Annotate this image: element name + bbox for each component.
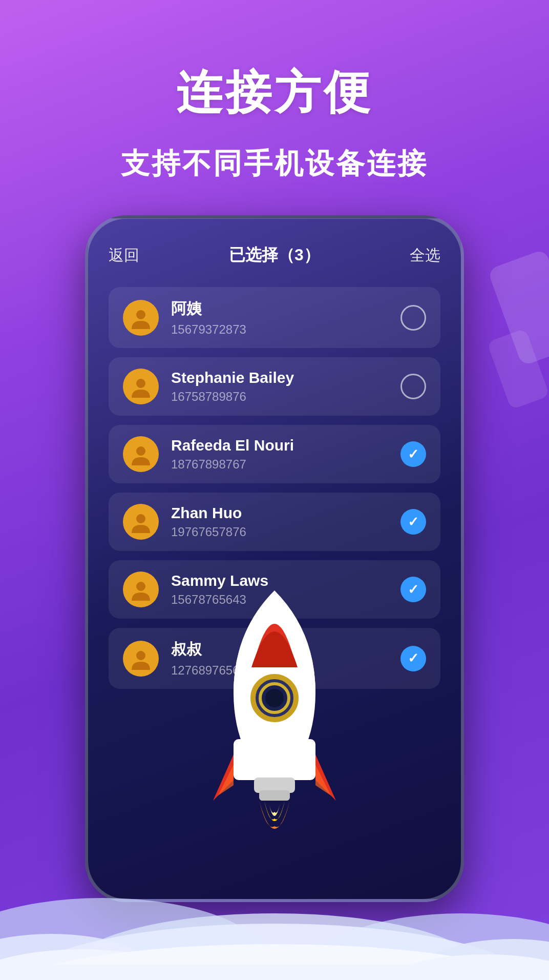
contact-name: Stephanie Bailey — [171, 369, 388, 386]
contact-avatar — [123, 571, 159, 607]
contact-name: 阿姨 — [171, 298, 388, 319]
contact-checkbox[interactable] — [400, 305, 426, 331]
contact-phone: 15679372873 — [171, 322, 388, 337]
contact-checkbox[interactable] — [400, 577, 426, 602]
contact-avatar — [123, 436, 159, 472]
contact-info: 阿姨15679372873 — [171, 298, 388, 337]
selection-title: 已选择（3） — [229, 244, 320, 267]
contact-avatar — [123, 504, 159, 540]
contact-phone: 19767657876 — [171, 525, 388, 539]
svg-point-2 — [136, 446, 145, 456]
select-all-button[interactable]: 全选 — [410, 245, 440, 266]
contact-avatar — [123, 300, 159, 336]
contact-phone: 18767898767 — [171, 457, 388, 472]
headline-main: 连接方便 — [0, 0, 549, 124]
contact-checkbox[interactable] — [400, 646, 426, 671]
svg-rect-20 — [234, 739, 315, 780]
contact-item[interactable]: Zhan Huo19767657876 — [109, 493, 440, 551]
contact-phone: 16758789876 — [171, 390, 388, 404]
contact-checkbox[interactable] — [400, 441, 426, 467]
svg-point-0 — [136, 310, 145, 319]
contact-info: Rafeeda El Nouri18767898767 — [171, 437, 388, 472]
svg-rect-22 — [259, 790, 290, 801]
contact-checkbox[interactable] — [400, 509, 426, 535]
contact-item[interactable]: Stephanie Bailey16758789876 — [109, 357, 440, 416]
contact-avatar — [123, 369, 159, 404]
contact-info: Zhan Huo19767657876 — [171, 504, 388, 539]
contact-avatar — [123, 641, 159, 677]
svg-point-19 — [265, 689, 284, 707]
svg-rect-15 — [0, 965, 549, 980]
contact-name: Zhan Huo — [171, 504, 388, 522]
contact-name: Rafeeda El Nouri — [171, 437, 388, 454]
contact-item[interactable]: 阿姨15679372873 — [109, 287, 440, 348]
svg-point-4 — [136, 582, 145, 591]
contact-item[interactable]: Rafeeda El Nouri18767898767 — [109, 425, 440, 483]
contact-checkbox[interactable] — [400, 374, 426, 399]
svg-point-1 — [136, 379, 145, 388]
svg-point-3 — [136, 514, 145, 523]
rocket — [203, 580, 346, 867]
headline-sub: 支持不同手机设备连接 — [0, 145, 549, 183]
contact-info: Stephanie Bailey16758789876 — [171, 369, 388, 404]
back-button[interactable]: 返回 — [109, 245, 139, 266]
phone-header: 返回 已选择（3） 全选 — [109, 244, 440, 267]
svg-point-5 — [136, 651, 145, 660]
